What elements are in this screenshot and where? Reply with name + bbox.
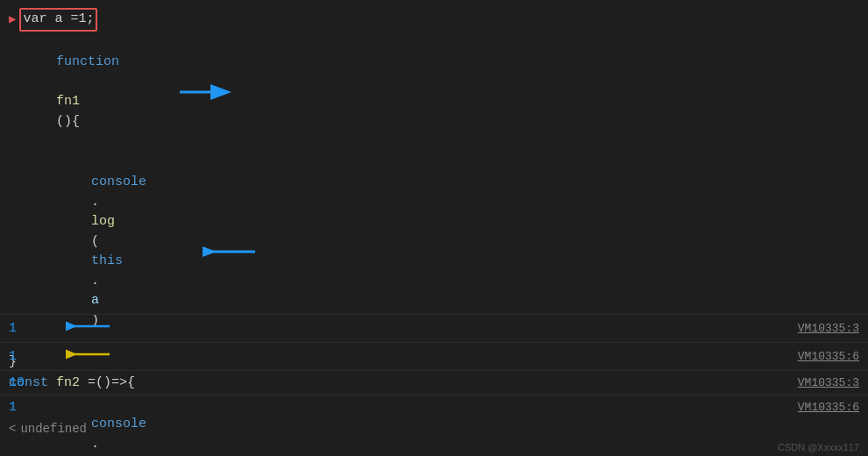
output-arrow-yellow-1 bbox=[66, 345, 118, 368]
output-line-3: 10 VM10335:3 bbox=[0, 370, 868, 395]
output-area: 1 VM10335:3 1 bbox=[0, 314, 868, 438]
watermark: CSDN @Xxxxx117 bbox=[778, 442, 859, 452]
output-line-1: 1 VM10335:3 bbox=[0, 314, 868, 342]
output-line-4: 1 VM10335:6 bbox=[0, 395, 868, 419]
keyword-function: function bbox=[56, 54, 119, 69]
exec-pointer: ▶ bbox=[9, 11, 16, 29]
undefined-line: < undefined bbox=[0, 419, 868, 438]
output-meta-1[interactable]: VM10335:3 bbox=[798, 322, 859, 335]
output-value-3: 10 bbox=[9, 375, 61, 390]
output-meta-3[interactable]: VM10335:3 bbox=[798, 376, 859, 389]
blue-arrow-1 bbox=[128, 61, 237, 125]
output-value-2: 1 bbox=[9, 349, 61, 364]
output-meta-4[interactable]: VM10335:6 bbox=[798, 401, 859, 414]
output-value-4: 1 bbox=[9, 400, 61, 415]
fn-name-fn1: fn1 bbox=[56, 94, 80, 109]
chevron-left-icon: < bbox=[9, 422, 16, 436]
output-arrow-blue-1 bbox=[66, 317, 118, 340]
blue-arrow-2 bbox=[155, 220, 264, 284]
code-line-1: ▶ var a =1; bbox=[0, 7, 868, 32]
output-line-2: 1 VM10335:6 bbox=[0, 342, 868, 370]
code-line-2: function fn1 (){ bbox=[0, 32, 868, 153]
line-content-2: function fn1 (){ bbox=[9, 33, 119, 152]
output-meta-2[interactable]: VM10335:6 bbox=[798, 350, 859, 363]
output-value-1: 1 bbox=[9, 321, 61, 336]
highlighted-code: var a =1; bbox=[19, 8, 97, 32]
undefined-text: undefined bbox=[20, 422, 87, 436]
